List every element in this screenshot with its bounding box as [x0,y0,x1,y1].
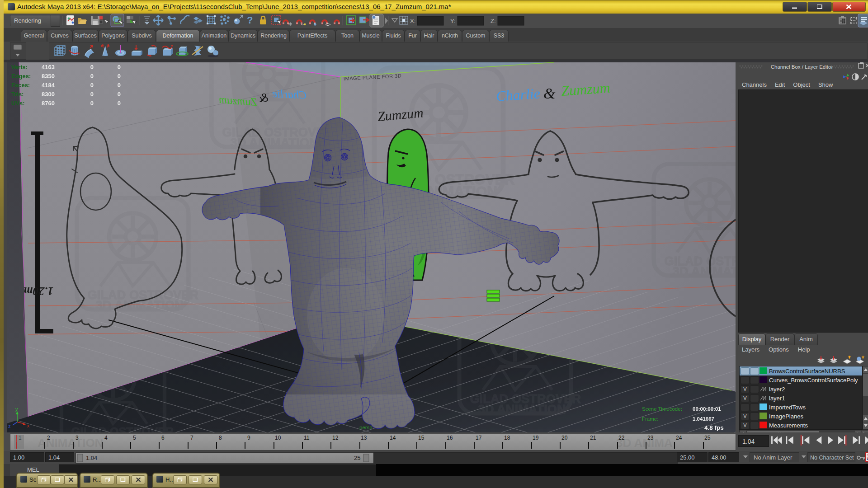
svg-text:z: z [8,423,11,429]
svg-text:13: 13 [361,435,367,441]
svg-text:Z:: Z: [491,18,496,24]
svg-text:0: 0 [118,64,121,70]
svg-text:4163: 4163 [42,64,55,70]
svg-text:4184: 4184 [42,82,55,89]
svg-text:20: 20 [561,435,568,441]
svg-text:00:00:00:01: 00:00:00:01 [693,406,721,412]
svg-text:4: 4 [104,435,108,441]
svg-text:Charlie: Charlie [272,87,307,101]
svg-text:24: 24 [676,435,682,441]
svg-text:persp: persp [359,425,373,430]
svg-text:7: 7 [190,435,193,441]
svg-text:25: 25 [704,435,711,441]
svg-text:ANIMATION: ANIMATION [38,436,103,449]
svg-text:25: 25 [354,455,360,461]
svg-text:9: 9 [247,435,250,441]
svg-text:&: & [259,91,269,104]
svg-text:0: 0 [118,100,121,107]
svg-text:19: 19 [533,435,539,441]
svg-text:y: y [15,406,18,412]
svg-text:Y:: Y: [450,18,456,24]
svg-text:8300: 8300 [42,91,55,98]
svg-text:0: 0 [90,100,94,107]
svg-text:1.04: 1.04 [86,455,97,461]
svg-text:&: & [543,85,556,102]
svg-text:UVs:: UVs: [11,100,25,107]
svg-text:Faces:: Faces: [11,82,30,89]
svg-text:0: 0 [90,82,94,89]
svg-text:18: 18 [504,435,510,441]
svg-text:Verts:: Verts: [11,64,28,70]
svg-text:1.041667: 1.041667 [693,416,714,422]
svg-text:0: 0 [118,73,121,80]
svg-text:Tris:: Tris: [11,91,24,98]
svg-text:1.20m: 1.20m [24,285,53,298]
svg-text:0: 0 [118,91,121,98]
svg-text:Zumzum: Zumzum [561,80,611,99]
svg-text:0: 0 [118,82,121,89]
svg-text:8350: 8350 [42,73,55,80]
svg-text:10: 10 [275,435,281,441]
svg-text:x: x [27,423,30,428]
svg-text:4.8 fps: 4.8 fps [704,424,724,431]
svg-text:6: 6 [161,435,165,441]
svg-text:5: 5 [133,435,136,441]
svg-text:3D ANIMA: 3D ANIMA [616,436,673,449]
svg-text:X:: X: [410,18,415,24]
svg-text:15: 15 [418,435,425,441]
svg-text:8: 8 [219,435,222,441]
svg-text:?: ? [247,14,253,26]
svg-text:21: 21 [590,435,596,441]
svg-text:14: 14 [390,435,396,441]
svg-text:8760: 8760 [42,100,55,107]
svg-text:Scene Timecode:: Scene Timecode: [642,406,682,412]
svg-text:17: 17 [476,435,482,441]
svg-text:0: 0 [90,91,94,98]
svg-text:16: 16 [447,435,453,441]
svg-text:Charlie: Charlie [495,85,541,104]
svg-text:Frame:: Frame: [642,416,658,422]
svg-text:12: 12 [332,435,339,441]
svg-text:11: 11 [304,435,310,441]
svg-text:0: 0 [90,73,94,80]
svg-text:0: 0 [90,64,94,70]
svg-text:Edges:: Edges: [11,73,31,80]
